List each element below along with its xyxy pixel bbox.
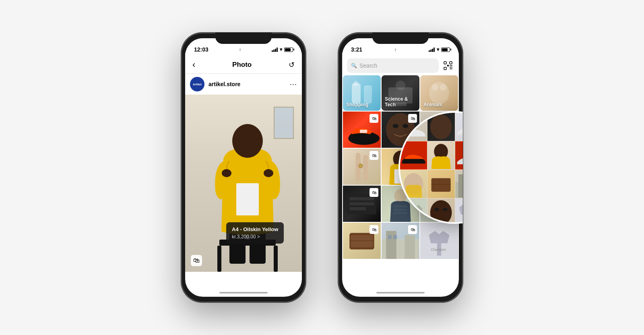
photo-title: Photo xyxy=(232,61,252,69)
svg-point-55 xyxy=(430,114,452,139)
svg-rect-46 xyxy=(351,235,373,248)
product-tag[interactable]: A4 - Oilskin Yellow kr.3,200.00 > xyxy=(226,222,284,244)
category-row: Shopping Science & Tech xyxy=(342,75,459,112)
person-svg xyxy=(207,103,288,272)
svg-point-22 xyxy=(429,82,449,104)
category-science-label: Science & Tech xyxy=(385,96,419,108)
search-placeholder: Search xyxy=(359,62,377,69)
zoom-grid-item-5 xyxy=(400,141,427,170)
svg-rect-50 xyxy=(405,235,415,259)
location-icon-left: ↑ xyxy=(239,47,242,52)
svg-point-20 xyxy=(396,81,405,90)
svg-rect-12 xyxy=(447,65,449,66)
svg-rect-42 xyxy=(394,205,408,207)
zoom-grid-item-11 xyxy=(455,170,463,198)
shop-badge-7: 🛍 xyxy=(369,188,378,197)
svg-point-75 xyxy=(443,208,448,211)
svg-rect-69 xyxy=(458,174,463,198)
svg-point-7 xyxy=(222,169,231,177)
signal-bars-right xyxy=(429,48,435,52)
battery-left xyxy=(284,48,293,52)
svg-rect-10 xyxy=(450,62,452,64)
grid-item-1[interactable]: 🛍 xyxy=(343,112,381,148)
svg-point-18 xyxy=(353,81,358,86)
right-phone: 3:21 ↑ ▾ 🔍 Search xyxy=(338,33,463,302)
post-header: Artikel artikel.store ··· xyxy=(185,74,302,95)
time-left: 12:03 xyxy=(194,46,208,53)
grid-item-11[interactable]: 🛍 xyxy=(382,223,419,259)
username[interactable]: artikel.store xyxy=(208,81,286,87)
category-animals[interactable]: Animals xyxy=(420,75,458,111)
svg-rect-17 xyxy=(364,85,372,103)
svg-point-5 xyxy=(232,124,263,158)
svg-rect-51 xyxy=(388,235,391,239)
avatar[interactable]: Artikel xyxy=(190,77,204,91)
svg-point-23 xyxy=(432,84,438,91)
grid-item-7[interactable]: 🛍 xyxy=(343,186,381,222)
battery-right xyxy=(441,48,450,52)
status-icons-right: ▾ xyxy=(429,47,450,52)
svg-text:Champion: Champion xyxy=(431,248,446,252)
product-name: A4 - Oilskin Yellow xyxy=(232,225,278,234)
svg-point-33 xyxy=(359,164,363,168)
zoom-grid-item-6 xyxy=(427,141,454,170)
svg-rect-6 xyxy=(236,183,259,215)
zoom-grid-item-7 xyxy=(455,141,463,170)
category-shopping-label: Shopping xyxy=(346,102,368,108)
search-icon: 🔍 xyxy=(351,63,357,68)
zoom-grid-item-15 xyxy=(455,199,463,224)
shop-badge-2: 🛍 xyxy=(408,114,417,123)
wifi-icon-right: ▾ xyxy=(437,47,439,52)
svg-rect-16 xyxy=(352,83,361,103)
home-indicator-left xyxy=(219,292,268,294)
svg-point-28 xyxy=(393,124,398,128)
refresh-button[interactable]: ↺ xyxy=(289,60,295,69)
left-phone: 12:03 ↑ ▾ ‹ Photo ↺ xyxy=(181,33,306,302)
search-bar-container: 🔍 Search xyxy=(342,56,459,75)
post-options[interactable]: ··· xyxy=(290,80,297,89)
search-bar[interactable]: 🔍 Search xyxy=(347,58,439,73)
scene: 12:03 ↑ ▾ ‹ Photo ↺ xyxy=(181,33,463,302)
svg-rect-26 xyxy=(360,130,367,133)
grid-item-10[interactable]: 🛍 xyxy=(343,223,381,259)
scan-icon[interactable] xyxy=(442,60,454,72)
grid-item-12[interactable]: Champion xyxy=(420,223,458,259)
category-animals-label: Animals xyxy=(423,102,442,108)
zoom-grid-item-2 xyxy=(427,113,454,141)
svg-rect-2 xyxy=(274,246,278,272)
svg-rect-11 xyxy=(444,67,446,70)
svg-rect-9 xyxy=(444,62,446,64)
svg-rect-32 xyxy=(363,155,368,181)
svg-point-8 xyxy=(264,169,273,177)
shop-badge-1: 🛍 xyxy=(369,114,378,123)
grid-item-4[interactable]: 🛍 xyxy=(343,149,381,185)
home-indicator-right xyxy=(376,292,425,294)
photo-scene: A4 - Oilskin Yellow kr.3,200.00 > 🛍 xyxy=(185,95,302,272)
zoom-grid-item-3 xyxy=(455,113,463,141)
status-bar-left: 12:03 ↑ ▾ xyxy=(185,38,302,56)
svg-rect-40 xyxy=(349,207,366,210)
svg-point-74 xyxy=(435,208,440,211)
time-right: 3:21 xyxy=(351,46,362,53)
svg-rect-1 xyxy=(217,246,221,272)
svg-rect-39 xyxy=(349,202,374,205)
shopping-bag-icon[interactable]: 🛍 xyxy=(191,255,202,266)
svg-point-24 xyxy=(440,84,446,91)
shop-badge-4: 🛍 xyxy=(369,151,378,160)
category-science-tech[interactable]: Science & Tech xyxy=(382,75,419,111)
location-icon-right: ↑ xyxy=(394,47,397,52)
category-shopping[interactable]: Shopping xyxy=(343,75,381,111)
photo-bottom-area: 🛍 xyxy=(191,255,202,266)
svg-rect-38 xyxy=(349,197,374,201)
zoom-grid-item-10 xyxy=(427,170,454,198)
left-phone-screen: 12:03 ↑ ▾ ‹ Photo ↺ xyxy=(185,38,302,297)
signal-bars-left xyxy=(272,48,278,52)
svg-rect-43 xyxy=(394,209,408,211)
svg-rect-44 xyxy=(394,212,408,214)
photo-nav: ‹ Photo ↺ xyxy=(185,56,302,74)
back-button[interactable]: ‹ xyxy=(192,60,195,70)
wifi-icon-left: ▾ xyxy=(280,47,282,52)
status-icons-left: ▾ xyxy=(272,47,293,52)
shop-badge-10: 🛍 xyxy=(369,225,378,234)
svg-rect-52 xyxy=(394,235,397,239)
